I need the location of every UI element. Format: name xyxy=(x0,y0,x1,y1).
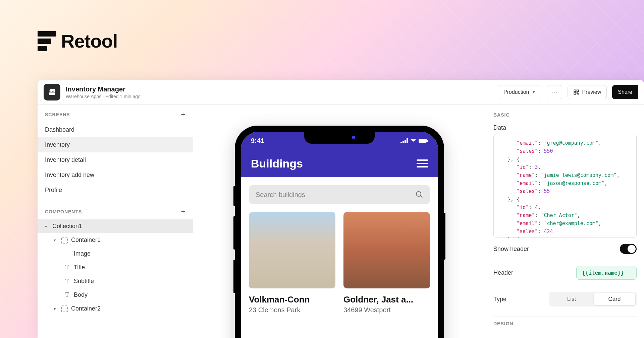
phone-side-button xyxy=(443,213,445,260)
storefront-icon xyxy=(48,88,56,96)
search-placeholder: Search buildings xyxy=(256,191,305,199)
component-collection1[interactable]: ▾ Collection1 xyxy=(38,219,193,233)
phone-side-button xyxy=(233,216,235,250)
show-header-toggle[interactable] xyxy=(620,244,637,254)
type-option-card[interactable]: Card xyxy=(594,293,635,305)
screen-item-dashboard[interactable]: Dashboard xyxy=(38,122,193,137)
container-icon xyxy=(61,237,68,244)
data-code-editor[interactable]: "email": "greg@company.com", "sales": 55… xyxy=(493,134,637,238)
building-image xyxy=(249,212,335,288)
add-component-button[interactable]: + xyxy=(181,207,185,216)
app-navbar: Buildings xyxy=(241,150,438,177)
signal-icon xyxy=(400,138,408,143)
svg-rect-10 xyxy=(427,140,428,142)
svg-rect-6 xyxy=(402,141,404,143)
battery-icon xyxy=(419,138,428,143)
brand-wordmark: Retool xyxy=(61,30,117,52)
text-icon: T xyxy=(64,278,70,285)
phone-notch xyxy=(304,132,375,144)
brand-logo: Retool xyxy=(38,30,117,52)
svg-rect-1 xyxy=(577,90,579,91)
share-button[interactable]: Share xyxy=(612,85,638,99)
search-input[interactable]: Search buildings xyxy=(249,185,430,204)
svg-line-12 xyxy=(420,196,422,198)
qr-icon xyxy=(573,89,579,95)
dots-horizontal-icon: ⋯ xyxy=(551,88,558,96)
app-subtitle: Warehouse Apps · Edited 1 min ago xyxy=(66,94,492,99)
app-title: Inventory Manager xyxy=(66,85,492,93)
card-subtitle: 23 Clemons Park xyxy=(249,306,335,314)
screens-section-header: SCREENS + xyxy=(38,105,193,122)
inspector-divider xyxy=(493,317,637,317)
add-screen-button[interactable]: + xyxy=(181,110,185,119)
card-title: Goldner, Jast a... xyxy=(343,294,430,305)
navbar-title: Buildings xyxy=(251,157,303,170)
show-header-label: Show header xyxy=(493,246,529,253)
component-body[interactable]: T Body xyxy=(38,288,193,302)
header-expr-row: Header {{item.name}} xyxy=(493,260,637,286)
body-row: SCREENS + Dashboard Inventory Inventory … xyxy=(38,105,644,338)
left-sidebar: SCREENS + Dashboard Inventory Inventory … xyxy=(38,105,193,338)
phone-side-button xyxy=(233,260,235,293)
component-image[interactable]: Image xyxy=(38,247,193,261)
svg-rect-3 xyxy=(577,93,578,93)
search-icon xyxy=(415,191,423,199)
svg-rect-4 xyxy=(578,94,579,94)
chevron-down-icon: ▼ xyxy=(532,90,536,94)
app-meta: Inventory Manager Warehouse Apps · Edite… xyxy=(66,85,492,99)
components-section-header: COMPONENTS + xyxy=(38,202,193,219)
more-menu-button[interactable]: ⋯ xyxy=(547,85,562,99)
chevron-down-icon: ▾ xyxy=(54,238,58,243)
environment-dropdown[interactable]: Production ▼ xyxy=(498,85,541,99)
text-icon: T xyxy=(64,292,70,298)
brand-bars-icon xyxy=(38,31,56,51)
show-header-row: Show header xyxy=(493,238,637,260)
phone-side-button xyxy=(233,186,235,206)
basic-section-heading: BASIC xyxy=(493,112,637,118)
component-title[interactable]: T Title xyxy=(38,261,193,274)
inspector-panel: BASIC Data "email": "greg@company.com", … xyxy=(486,105,644,338)
svg-rect-2 xyxy=(574,93,576,94)
status-time: 9:41 xyxy=(251,137,264,145)
component-container2[interactable]: ▾ Container2 xyxy=(38,302,193,316)
container-icon xyxy=(61,306,68,312)
text-icon: T xyxy=(64,264,70,271)
screen-item-inventory[interactable]: Inventory xyxy=(38,137,193,152)
type-label: Type xyxy=(493,296,506,303)
svg-rect-8 xyxy=(407,138,408,143)
svg-point-11 xyxy=(416,192,421,196)
app-icon xyxy=(44,84,60,100)
data-label: Data xyxy=(493,124,637,131)
app-window: Inventory Manager Warehouse Apps · Edite… xyxy=(38,80,644,338)
svg-rect-0 xyxy=(574,90,576,91)
building-image xyxy=(343,212,430,288)
phone-frame: 9:41 Buildings xyxy=(235,126,444,338)
building-card[interactable]: Volkman-Conn 23 Clemons Park xyxy=(249,212,335,314)
component-subtitle[interactable]: T Subtitle xyxy=(38,274,193,288)
chevron-down-icon: ▾ xyxy=(45,224,49,229)
phone-screen: 9:41 Buildings xyxy=(241,132,438,338)
wifi-icon xyxy=(410,138,417,143)
screen-item-inventory-add-new[interactable]: Inventory add new xyxy=(38,167,193,183)
svg-rect-9 xyxy=(419,139,427,143)
preview-button[interactable]: Preview xyxy=(568,85,607,99)
type-option-list[interactable]: List xyxy=(551,293,592,305)
chevron-down-icon: ▾ xyxy=(54,307,58,311)
type-row: Type List Card xyxy=(493,286,637,313)
screen-item-inventory-detail[interactable]: Inventory detail xyxy=(38,152,193,167)
topbar: Inventory Manager Warehouse Apps · Edite… xyxy=(38,80,644,105)
design-section-heading: DESIGN xyxy=(493,321,637,326)
canvas: 9:41 Buildings xyxy=(193,105,486,338)
component-container1[interactable]: ▾ Container1 xyxy=(38,233,193,247)
sidebar-divider xyxy=(38,200,193,200)
svg-rect-5 xyxy=(400,142,402,143)
screen-item-profile[interactable]: Profile xyxy=(38,183,193,198)
svg-rect-7 xyxy=(405,140,406,143)
type-segmented-control[interactable]: List Card xyxy=(549,292,637,307)
header-expr-label: Header xyxy=(493,269,513,276)
menu-button[interactable] xyxy=(417,159,428,167)
header-expression-input[interactable]: {{item.name}} xyxy=(576,266,637,280)
card-subtitle: 34699 Westport xyxy=(343,306,430,314)
card-title: Volkman-Conn xyxy=(249,294,335,305)
building-card[interactable]: Goldner, Jast a... 34699 Westport xyxy=(343,212,430,314)
